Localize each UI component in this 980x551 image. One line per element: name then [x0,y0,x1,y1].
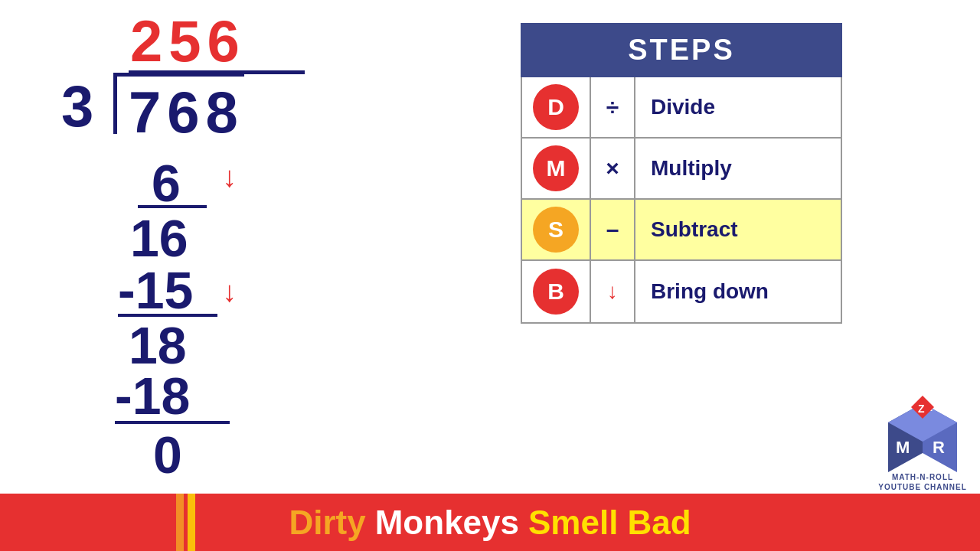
divisor: 3 [61,73,93,139]
step-minus18: -18 [115,366,190,425]
step-label-divide: Divide [635,95,841,119]
step-icon-divide: ÷ [590,77,635,137]
step-circle-b: B [533,269,579,315]
step-0: 0 [153,425,182,484]
quotient: 256 [130,8,246,74]
step-label-subtract: Subtract [635,200,841,259]
banner-dirty: Dirty [289,504,365,542]
banner-text: Dirty Monkeys Smell Bad [289,504,691,542]
main-content: 256 3 768 6 ↓ 16 -15 ↓ 18 -18 0 STEPS [0,0,980,505]
step-6: 6 [152,153,181,213]
step-icon-multiply: × [590,139,635,198]
dividend: 768 [129,73,244,145]
banner-bad: Bad [627,504,691,542]
svg-text:M: M [896,438,910,457]
step-circle-s: S [533,207,579,253]
logo-area: M N R Z MATH-N-ROLLYOUTUBE CHANNEL [873,394,972,494]
steps-panel: STEPS D ÷ Divide M × Multiply S – Subtra… [521,23,842,505]
step-icon-subtract: – [590,200,635,259]
step-minus15: -15 [118,260,193,320]
step-16: 16 [130,208,188,268]
svg-text:Z: Z [918,403,925,415]
logo-channel-name: MATH-N-ROLLYOUTUBE CHANNEL [878,472,967,492]
arrow-2: ↓ [222,276,237,308]
steps-header: STEPS [521,23,842,77]
underline-3 [115,421,230,424]
svg-text:R: R [933,438,945,457]
step-row-divide: D ÷ Divide [522,77,841,139]
banner-monkeys: Monkeys [375,504,519,542]
step-row-multiply: M × Multiply [522,139,841,200]
division-bracket [113,73,129,134]
division-area: 256 3 768 6 ↓ 16 -15 ↓ 18 -18 0 [61,8,521,497]
banner-smell: Smell [528,504,618,542]
steps-table: D ÷ Divide M × Multiply S – Subtract B ↓… [521,77,842,324]
step-row-bringdown: B ↓ Bring down [522,261,841,322]
arrow-1: ↓ [222,161,237,194]
step-icon-bringdown: ↓ [590,261,635,322]
step-circle-m: M [533,145,579,191]
bottom-banner: Dirty Monkeys Smell Bad [0,494,980,551]
step-circle-d: D [533,84,579,130]
logo-cube: M N R Z [880,396,965,472]
step-label-bringdown: Bring down [635,279,841,304]
step-row-subtract: S – Subtract [522,200,841,261]
step-label-multiply: Multiply [635,156,841,181]
